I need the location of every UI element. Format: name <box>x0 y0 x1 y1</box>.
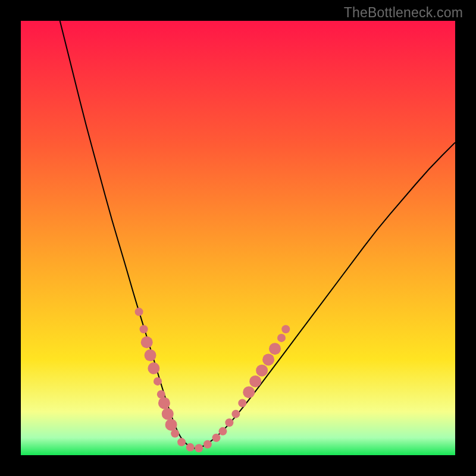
curve-marker <box>277 334 286 342</box>
curve-marker <box>212 434 221 442</box>
curve-marker <box>203 440 212 449</box>
curve-marker <box>218 427 227 436</box>
curve-marker <box>165 419 177 431</box>
chart-svg <box>21 21 455 455</box>
curve-marker <box>249 375 261 387</box>
curve-marker <box>243 386 255 398</box>
curve-marker <box>269 343 281 355</box>
curve-marker <box>135 308 143 316</box>
curve-marker <box>171 430 179 438</box>
curve-marker <box>148 362 159 374</box>
curve-marker <box>195 444 203 452</box>
watermark-text: TheBottleneck.com <box>344 5 463 21</box>
curve-marker <box>231 410 240 418</box>
curve-marker <box>238 399 246 407</box>
curve-marker <box>186 443 195 452</box>
curve-marker <box>145 349 156 361</box>
curve-marker <box>141 336 153 348</box>
curve-marker <box>154 377 162 386</box>
curve-marker <box>281 325 290 333</box>
curve-marker <box>162 408 174 420</box>
chart-frame: TheBottleneck.com <box>0 0 476 476</box>
curve-marker <box>256 365 268 377</box>
curve-marker <box>158 397 170 409</box>
curve-marker <box>140 325 148 333</box>
curve-marker <box>262 353 274 365</box>
curve-marker <box>225 418 233 427</box>
curve-marker <box>177 438 186 446</box>
plot-area <box>21 21 455 455</box>
